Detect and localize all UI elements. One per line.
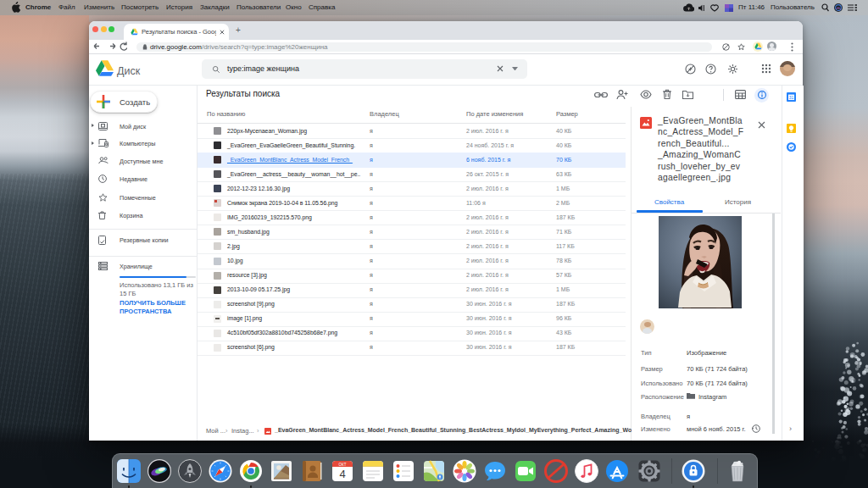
svg-text:31: 31 bbox=[789, 95, 794, 100]
svg-text:ОКТ: ОКТ bbox=[339, 463, 347, 467]
svg-text:4: 4 bbox=[339, 468, 345, 480]
